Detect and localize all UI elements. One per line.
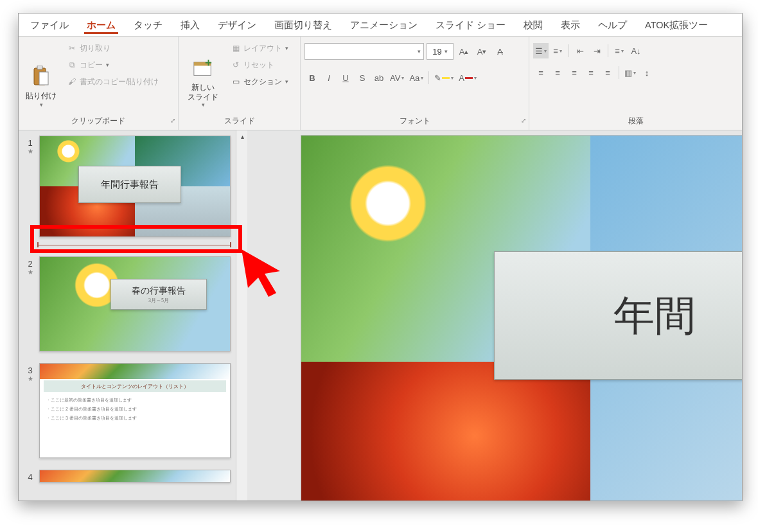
tab-atok[interactable]: ATOK拡張ツー: [636, 15, 717, 34]
scissors-icon: ✂: [67, 43, 77, 53]
slide-thumbnail-pane[interactable]: 1★ 年間行事報告 2★ 春の行事報告: [19, 130, 247, 501]
dialog-launcher-icon[interactable]: ⤢: [170, 117, 175, 124]
tab-touch[interactable]: タッチ: [125, 15, 172, 34]
justify-icon: ≡: [588, 68, 594, 78]
justify-button[interactable]: ≡: [583, 65, 599, 80]
highlight-button[interactable]: ✎▾: [432, 70, 455, 85]
align-right-button[interactable]: ≡: [567, 65, 582, 80]
slide-insertion-indicator: [38, 245, 231, 245]
svg-rect-2: [39, 72, 48, 85]
slide-thumbnail-3[interactable]: 3★ タイトルとコンテンツのレイアウト（リスト） ・ここに最初の箇条書き項目を追…: [21, 363, 231, 458]
decrease-indent-button[interactable]: ⇤: [572, 43, 588, 58]
char-spacing-button[interactable]: AV▾: [388, 70, 406, 85]
sort-button[interactable]: A↓: [628, 43, 644, 58]
format-painter-label: 書式のコピー/貼り付け: [80, 76, 159, 87]
bold-button[interactable]: B: [304, 70, 320, 85]
tab-insert[interactable]: 挿入: [172, 15, 209, 34]
ribbon: 貼り付け ▾ ✂ 切り取り ⧉ コピー ▾ 🖌 書式のコピー/貼: [19, 37, 742, 130]
slide-canvas[interactable]: 年間: [301, 136, 742, 501]
font-name-combo[interactable]: ▾: [304, 43, 424, 60]
cut-button[interactable]: ✂ 切り取り: [64, 40, 162, 56]
paste-button[interactable]: 貼り付け ▾: [22, 39, 60, 111]
slide-edit-area[interactable]: 年間: [247, 130, 742, 501]
clear-formatting-icon: A̶: [497, 47, 503, 57]
reset-icon: ↺: [231, 60, 241, 70]
align-left-button[interactable]: ≡: [533, 65, 549, 80]
align-right-icon: ≡: [572, 68, 577, 78]
strikethrough-button[interactable]: S: [355, 70, 370, 85]
columns-button[interactable]: ▥▾: [622, 65, 638, 80]
group-slides-label: スライド: [182, 116, 296, 130]
highlight-icon: ✎: [434, 73, 441, 83]
tab-transitions[interactable]: 画面切り替え: [265, 15, 341, 34]
powerpoint-window: ファイル ホーム タッチ 挿入 デザイン 画面切り替え アニメーション スライド…: [18, 13, 743, 501]
animation-indicator-icon: ★: [21, 148, 39, 155]
group-clipboard-label: クリップボード ⤢: [22, 116, 174, 130]
reset-button[interactable]: ↺ リセット: [227, 57, 292, 73]
change-case-button[interactable]: Aa▾: [407, 70, 425, 85]
separator: [619, 66, 619, 79]
chevron-down-icon: ▾: [202, 102, 205, 108]
scroll-up-icon[interactable]: ▴: [236, 130, 247, 142]
bullets-button[interactable]: ☰▾: [533, 43, 549, 58]
copy-button[interactable]: ⧉ コピー ▾: [64, 57, 162, 73]
group-font: ▾ 19▾ A▴ A▾ A̶ B I U S ab AV▾ Aa▾ ✎▾ A▾: [300, 37, 529, 130]
outdent-icon: ⇤: [577, 46, 584, 56]
slide-title: 年間行事報告: [78, 166, 181, 203]
slide-body: ・ここに最初の箇条書き項目を追加します ・ここに 2 番目の箇条書き項目を追加し…: [46, 396, 224, 423]
new-slide-button[interactable]: 新しい スライド ▾: [182, 39, 224, 111]
tab-home[interactable]: ホーム: [78, 15, 125, 34]
layout-button[interactable]: ▦ レイアウト ▾: [227, 40, 292, 56]
italic-button[interactable]: I: [321, 70, 337, 85]
slide-thumbnail-1[interactable]: 1★ 年間行事報告: [21, 136, 231, 237]
font-size-combo[interactable]: 19▾: [427, 43, 454, 60]
font-color-button[interactable]: A▾: [457, 70, 479, 85]
decrease-font-button[interactable]: A▾: [474, 44, 489, 59]
layout-icon: ▦: [231, 43, 241, 53]
tab-design[interactable]: デザイン: [209, 15, 265, 34]
tab-view[interactable]: 表示: [552, 15, 589, 34]
text-direction-button[interactable]: ↕: [639, 65, 655, 80]
dialog-launcher-icon[interactable]: ⤢: [521, 117, 526, 124]
numbering-icon: ≡: [553, 46, 558, 56]
tab-file[interactable]: ファイル: [21, 15, 78, 34]
animation-indicator-icon: ★: [21, 375, 39, 382]
slide-title-placeholder[interactable]: 年間: [494, 251, 742, 380]
numbering-button[interactable]: ≡▾: [550, 43, 565, 58]
sort-icon: A↓: [631, 46, 640, 56]
format-painter-button[interactable]: 🖌 書式のコピー/貼り付け: [64, 74, 162, 89]
columns-icon: ▥: [624, 68, 632, 78]
line-spacing-icon: ≡: [615, 46, 620, 56]
thumbnail-scrollbar[interactable]: ▴: [236, 130, 247, 501]
workspace: 1★ 年間行事報告 2★ 春の行事報告: [19, 130, 742, 501]
section-label: セクション: [243, 76, 282, 87]
paste-icon: [31, 66, 51, 87]
tab-slideshow[interactable]: スライド ショー: [427, 15, 515, 34]
align-center-icon: ≡: [555, 68, 560, 78]
shadow-button[interactable]: ab: [371, 70, 387, 85]
line-spacing-button[interactable]: ≡▾: [612, 43, 627, 58]
group-slides: 新しい スライド ▾ ▦ レイアウト ▾ ↺ リセット ▭ セクシ: [178, 37, 300, 130]
slide-thumbnail-2[interactable]: 2★ 春の行事報告 3月～5月: [21, 256, 231, 351]
separator: [428, 71, 429, 84]
format-painter-icon: 🖌: [67, 76, 77, 87]
align-center-button[interactable]: ≡: [550, 65, 565, 80]
paste-label: 貼り付け: [26, 91, 57, 102]
tab-animations[interactable]: アニメーション: [341, 15, 427, 34]
tab-help[interactable]: ヘルプ: [589, 15, 636, 34]
tab-review[interactable]: 校閲: [515, 15, 552, 34]
underline-button[interactable]: U: [338, 70, 353, 85]
slide-thumbnail-4[interactable]: 4: [21, 470, 231, 483]
align-left-icon: ≡: [538, 68, 543, 78]
increase-indent-button[interactable]: ⇥: [589, 43, 604, 58]
clear-formatting-button[interactable]: A̶: [492, 44, 507, 59]
chevron-down-icon: ▾: [40, 102, 43, 108]
group-paragraph-label: 段落: [533, 116, 738, 130]
distributed-icon: ≡: [605, 68, 610, 78]
distributed-button[interactable]: ≡: [600, 65, 615, 80]
increase-font-button[interactable]: A▴: [456, 44, 472, 59]
svg-rect-1: [37, 66, 42, 69]
section-button[interactable]: ▭ セクション ▾: [227, 74, 292, 89]
indent-icon: ⇥: [594, 46, 601, 56]
chevron-down-icon: ▾: [285, 45, 288, 51]
